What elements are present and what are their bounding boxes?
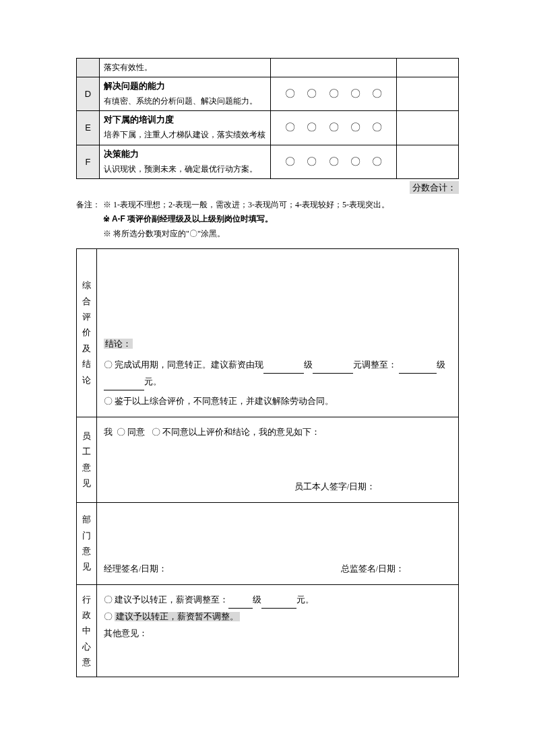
rating-scale (271, 59, 396, 77)
dept-opinion-content: 经理签名/日期： 总监签名/日期： (97, 502, 459, 584)
rating-circle[interactable]: 〇 (372, 88, 382, 100)
admin-center-label: 行政中心意 (77, 584, 97, 677)
rating-circle[interactable]: 〇 (285, 156, 295, 168)
director-signature: 总监签名/日期： (341, 561, 451, 578)
employee-signature: 员工本人签字/日期： (104, 479, 451, 495)
notes-block: 备注： ※ 1-表现不理想；2-表现一般，需改进；3-表现尚可；4-表现较好；5… (76, 198, 459, 242)
employee-opinion-label: 员工意见 (77, 417, 97, 502)
note-line-2: ※ A-F 项评价副经理级及以上级别岗位时填写。 (103, 212, 273, 227)
note-line-1: ※ 1-表现不理想；2-表现一般，需改进；3-表现尚可；4-表现较好；5-表现突… (103, 198, 389, 213)
admin-option-1: 〇 建议予以转正，薪资调整至：级元。 (104, 592, 451, 609)
rating-circle[interactable]: 〇 (372, 121, 382, 134)
admin-option-2: 〇 建议予以转正，薪资暂不调整。 (104, 609, 451, 625)
rating-desc: 决策能力认识现状，预测未来，确定最优行动方案。 (100, 145, 271, 178)
rating-desc: 落实有效性。 (100, 59, 271, 77)
comprehensive-content: 结论： 〇 完成试用期，同意转正。建议薪资由现级元调整至： 级 元。 〇 鉴于以… (97, 248, 459, 417)
rating-circle[interactable]: 〇 (350, 121, 360, 134)
rating-circle[interactable]: 〇 (372, 156, 382, 168)
conclusion-heading: 结论： (104, 339, 133, 349)
rating-desc: 对下属的培训力度培养下属，注重人才梯队建设，落实绩效考核 (100, 111, 271, 145)
rating-circle[interactable]: 〇 (329, 121, 339, 134)
notes-label: 备注： (76, 198, 103, 213)
radio-icon[interactable]: 〇 (117, 427, 125, 437)
score-total-label: 分数合计： (410, 181, 459, 194)
rating-circle[interactable]: 〇 (285, 121, 295, 134)
rating-circle[interactable]: 〇 (329, 156, 339, 168)
rating-letter: E (77, 111, 100, 145)
rating-row: 落实有效性。 (77, 59, 459, 77)
rating-circle[interactable]: 〇 (285, 88, 295, 100)
comprehensive-label: 综合评价及结论 (77, 248, 97, 417)
rating-circle[interactable]: 〇 (307, 156, 317, 168)
rating-letter: F (77, 145, 100, 178)
rating-circle[interactable]: 〇 (329, 88, 339, 100)
rating-table: 落实有效性。D解决问题的能力有缜密、系统的分析问题、解决问题能力。〇〇〇〇〇E对… (76, 58, 459, 179)
rating-scale: 〇〇〇〇〇 (271, 77, 396, 111)
rating-score-cell (396, 59, 458, 77)
rating-scale: 〇〇〇〇〇 (271, 145, 396, 178)
rating-row: E对下属的培训力度培养下属，注重人才梯队建设，落实绩效考核〇〇〇〇〇 (77, 111, 459, 145)
radio-icon[interactable]: 〇 (104, 595, 113, 605)
rating-circle[interactable]: 〇 (350, 156, 360, 168)
rating-row: D解决问题的能力有缜密、系统的分析问题、解决问题能力。〇〇〇〇〇 (77, 77, 459, 111)
rating-score-cell (396, 145, 458, 178)
rating-letter: D (77, 77, 100, 111)
rating-circle[interactable]: 〇 (307, 121, 317, 134)
rating-desc: 解决问题的能力有缜密、系统的分析问题、解决问题能力。 (100, 77, 271, 111)
rating-row: F决策能力认识现状，预测未来，确定最优行动方案。〇〇〇〇〇 (77, 145, 459, 178)
employee-opinion-content: 我 〇 同意 〇 不同意以上评价和结论，我的意见如下： 员工本人签字/日期： (97, 417, 459, 502)
admin-other: 其他意见： (104, 625, 451, 642)
rating-score-cell (396, 77, 458, 111)
conclusion-option-1: 〇 完成试用期，同意转正。建议薪资由现级元调整至： 级 (104, 357, 451, 374)
manager-signature: 经理签名/日期： (104, 561, 167, 578)
rating-scale: 〇〇〇〇〇 (271, 111, 396, 145)
radio-icon[interactable]: 〇 (104, 397, 113, 406)
score-total: 分数合计： (76, 182, 459, 194)
rating-circle[interactable]: 〇 (307, 88, 317, 100)
conclusion-option-2: 〇 鉴于以上综合评价，不同意转正，并建议解除劳动合同。 (104, 393, 451, 410)
radio-icon[interactable]: 〇 (104, 612, 113, 621)
admin-center-content: 〇 建议予以转正，薪资调整至：级元。 〇 建议予以转正，薪资暂不调整。 其他意见… (97, 584, 459, 677)
evaluation-table: 综合评价及结论 结论： 〇 完成试用期，同意转正。建议薪资由现级元调整至： 级 … (76, 248, 459, 678)
rating-score-cell (396, 111, 458, 145)
radio-icon[interactable]: 〇 (152, 427, 160, 437)
radio-icon[interactable]: 〇 (104, 360, 113, 370)
rating-letter (77, 59, 100, 77)
rating-circle[interactable]: 〇 (350, 88, 360, 100)
dept-opinion-label: 部门意见 (77, 502, 97, 584)
note-line-3: ※ 将所选分数项对应的"〇"涂黑。 (103, 227, 225, 242)
